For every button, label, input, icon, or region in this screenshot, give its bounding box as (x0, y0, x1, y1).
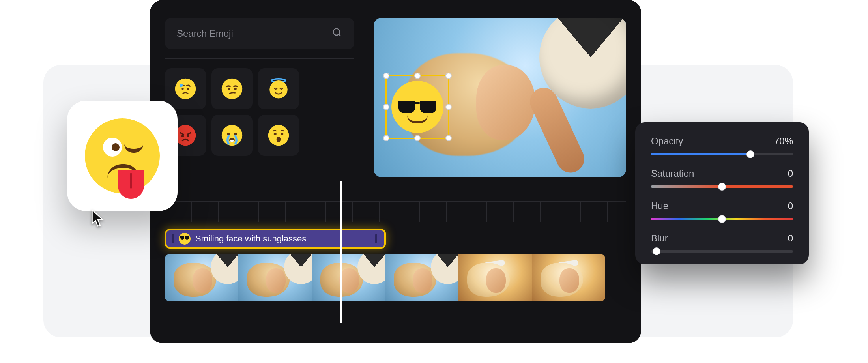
blur-slider-thumb[interactable] (653, 247, 660, 255)
blur-slider[interactable] (651, 250, 793, 253)
timeline: Smiling face with sunglasses (165, 201, 626, 301)
blur-value: 0 (788, 233, 793, 244)
sunglasses-emoji-icon (179, 233, 191, 245)
saturation-value: 0 (788, 168, 793, 179)
hue-slider-thumb[interactable] (718, 215, 726, 223)
emoji-panel: Search Emoji (165, 18, 354, 156)
timeline-clip-emoji[interactable]: Smiling face with sunglasses (165, 229, 386, 249)
svg-point-12 (187, 135, 189, 137)
svg-point-9 (269, 80, 288, 99)
search-icon (331, 27, 342, 40)
svg-point-21 (277, 137, 281, 142)
opacity-label: Opacity (651, 136, 683, 147)
timeline-frame[interactable] (532, 254, 605, 301)
timeline-frame[interactable] (312, 254, 385, 301)
svg-point-10 (175, 125, 196, 146)
clip-label: Smiling face with sunglasses (195, 234, 306, 244)
emoji-crying-face[interactable] (211, 115, 253, 156)
emoji-grid (165, 68, 354, 156)
prop-hue: Hue 0 (651, 200, 793, 220)
emoji-unamused-face[interactable] (211, 68, 253, 109)
svg-point-3 (187, 88, 189, 90)
hue-slider[interactable] (651, 218, 793, 220)
svg-point-0 (333, 29, 340, 35)
dragged-emoji-card[interactable] (67, 101, 178, 211)
svg-point-13 (222, 125, 243, 146)
resize-handle-tl[interactable] (383, 73, 389, 79)
blur-label: Blur (651, 233, 668, 244)
winking-face-tongue-icon (85, 118, 160, 193)
search-emoji-input[interactable]: Search Emoji (165, 18, 354, 49)
clip-trim-left[interactable] (172, 234, 174, 243)
selection-bounding-box[interactable] (385, 75, 449, 139)
timeline-playhead[interactable] (340, 181, 342, 323)
emoji-hushed-face[interactable] (258, 115, 299, 156)
saturation-slider[interactable] (651, 185, 793, 188)
svg-point-1 (175, 79, 196, 99)
emoji-disappointed-relieved[interactable] (165, 68, 206, 109)
cursor-icon (90, 209, 106, 228)
svg-point-15 (234, 133, 237, 135)
resize-handle-l[interactable] (383, 104, 389, 110)
sunglasses-icon (398, 101, 436, 113)
resize-handle-bl[interactable] (383, 135, 389, 141)
timeline-frame[interactable] (238, 254, 312, 301)
resize-handle-br[interactable] (445, 135, 452, 141)
timeline-ruler[interactable] (165, 201, 626, 222)
preview-viewport[interactable] (374, 18, 626, 177)
emoji-smiling-face-halo[interactable] (258, 68, 299, 109)
svg-point-14 (227, 133, 230, 135)
resize-handle-t[interactable] (414, 73, 421, 79)
clip-trim-right[interactable] (375, 234, 377, 243)
placed-emoji-sunglasses[interactable] (391, 81, 443, 133)
search-placeholder: Search Emoji (177, 28, 233, 39)
timeline-frame[interactable] (458, 254, 532, 301)
svg-point-11 (181, 135, 184, 137)
svg-point-6 (228, 88, 230, 90)
resize-handle-tr[interactable] (445, 73, 452, 79)
svg-point-5 (222, 79, 243, 99)
hue-label: Hue (651, 200, 668, 211)
svg-point-17 (230, 140, 234, 142)
prop-opacity: Opacity 70% (651, 136, 793, 155)
hue-value: 0 (788, 200, 793, 211)
properties-panel: Opacity 70% Saturation 0 Hue 0 Blur 0 (635, 122, 809, 264)
svg-point-20 (281, 133, 283, 135)
timeline-frame[interactable] (385, 254, 458, 301)
timeline-frame[interactable] (165, 254, 238, 301)
resize-handle-b[interactable] (414, 135, 421, 141)
prop-blur: Blur 0 (651, 233, 793, 253)
resize-handle-r[interactable] (445, 104, 452, 110)
svg-point-2 (181, 88, 183, 90)
prop-saturation: Saturation 0 (651, 168, 793, 188)
timeline-video-track[interactable] (165, 254, 626, 301)
svg-point-19 (274, 133, 277, 135)
saturation-label: Saturation (651, 168, 694, 179)
panel-divider (165, 58, 354, 59)
opacity-slider[interactable] (651, 153, 793, 155)
svg-point-4 (180, 84, 183, 87)
saturation-slider-thumb[interactable] (718, 183, 726, 191)
opacity-slider-thumb[interactable] (746, 150, 754, 158)
editor-window: Search Emoji (150, 0, 641, 343)
opacity-value: 70% (774, 136, 793, 147)
svg-point-18 (268, 125, 289, 146)
svg-point-7 (234, 88, 237, 90)
